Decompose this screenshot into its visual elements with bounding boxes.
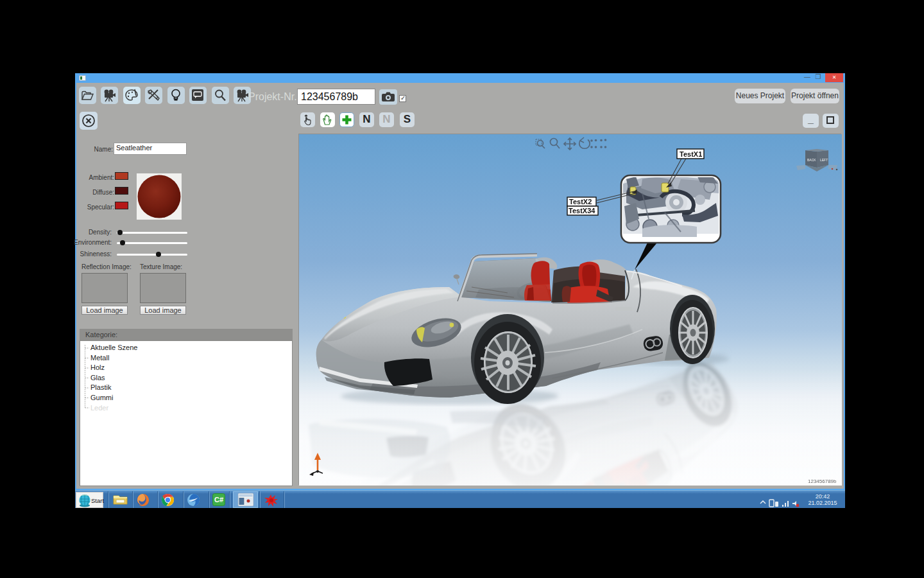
svg-text:123456789b: 123456789b	[808, 478, 837, 484]
svg-text:C#: C#	[214, 496, 223, 504]
svg-text:TestX34: TestX34	[569, 207, 595, 215]
svg-text:LEFT: LEFT	[820, 158, 828, 162]
svg-text:TestX2: TestX2	[569, 198, 592, 206]
svg-text:BACK: BACK	[807, 158, 816, 162]
svg-text:TestX1: TestX1	[680, 150, 702, 158]
